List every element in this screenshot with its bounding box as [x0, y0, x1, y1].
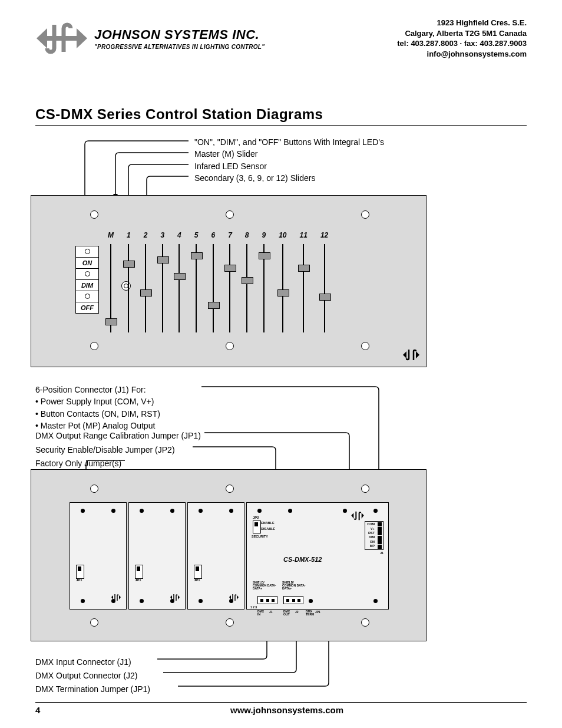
slider-label: M [108, 231, 114, 242]
board-logo-icon [111, 593, 121, 602]
address-line: info@johnsonsystems.com [397, 49, 527, 60]
dmx-header-label: SHIELD/ COMMON DATA- DATA+ [282, 581, 309, 590]
slider-label: 3 [160, 231, 164, 242]
jumper-label: JP2 [253, 516, 259, 519]
standoff-dot-icon [229, 509, 233, 513]
button-column: ON DIM OFF [75, 246, 99, 314]
slider-track-icon [229, 244, 230, 332]
mounting-hole-icon [361, 618, 369, 627]
standoff-dot-icon [199, 509, 203, 513]
pin-icon [378, 540, 382, 544]
svg-marker-19 [178, 595, 180, 599]
callout-text: 6-Position Connector (J1) For: [35, 384, 160, 396]
back-panel-diagram: JP1 JP1 JP1 [31, 469, 427, 641]
svg-marker-0 [37, 28, 47, 48]
standoff-dot-icon [257, 509, 262, 513]
slider-handle-icon [123, 261, 135, 268]
slider-handle-icon [105, 318, 117, 325]
j1-pin-label: DIM [369, 535, 375, 539]
callout-text: Master (M) Slider [194, 148, 384, 160]
slider: 2 [144, 231, 148, 332]
jumper-icon [194, 565, 202, 579]
company-logo-icon [35, 18, 88, 59]
slider: 12 [320, 231, 328, 332]
standoff-dot-icon [170, 509, 174, 513]
pcb-board: JP1 [128, 502, 186, 610]
on-button-label: ON [76, 258, 98, 269]
slider-handle-icon [224, 265, 236, 272]
svg-marker-21 [237, 595, 239, 599]
slider: 7 [228, 231, 232, 332]
security-jumper-icon [253, 521, 261, 533]
svg-marker-17 [119, 595, 121, 599]
svg-marker-1 [77, 28, 87, 48]
pcb-board: JP1 [70, 502, 127, 610]
slider-track-icon [162, 244, 163, 332]
slider: 6 [211, 231, 215, 332]
pin-icon [378, 522, 382, 526]
panel-logo-icon [402, 348, 420, 362]
security-title-label: SECURITY [252, 535, 268, 538]
slider: 10 [279, 231, 286, 332]
slider: 1 [127, 231, 131, 332]
slider-track-icon [145, 244, 146, 332]
slider-track-icon [282, 244, 283, 332]
slider-handle-icon [157, 256, 169, 263]
board-logo-icon [170, 593, 180, 602]
slider-label: 11 [300, 231, 308, 242]
j1-connector: COM V+ RST DIM ON MP J1 [365, 521, 384, 555]
slider-handle-icon [174, 273, 186, 280]
company-address: 1923 Highfield Cres. S.E. Calgary, Alber… [397, 18, 527, 59]
slider-track-icon [128, 244, 129, 332]
pin-icon [378, 545, 382, 549]
slider-handle-icon [208, 302, 220, 309]
slider-handle-icon [242, 277, 253, 284]
svg-marker-14 [403, 351, 406, 358]
company-tagline: "PROGRESSIVE ALTERNATIVES IN LIGHTING CO… [94, 44, 265, 50]
mounting-hole-icon [90, 485, 98, 493]
jumper-label: JP1 [76, 578, 82, 582]
svg-rect-2 [47, 36, 77, 41]
mounting-hole-icon [226, 342, 234, 350]
slider-handle-icon [319, 294, 331, 301]
slider: 4 [177, 231, 181, 332]
standoff-dot-icon [81, 509, 85, 513]
jumper-icon [135, 565, 143, 579]
callout-text: DMX Output Range Calibration Jumper (JP1… [35, 430, 201, 442]
standoff-dot-icon [111, 509, 115, 513]
slider-label: 12 [320, 231, 328, 242]
mounting-hole-icon [361, 342, 369, 350]
callout-text: DMX Input Connector (J1) [35, 656, 131, 669]
dmx-jp1-label: JP1 [315, 610, 320, 614]
j1-pin-label: RST [368, 531, 375, 535]
slider-label: 6 [211, 231, 215, 242]
pin-icon [378, 531, 382, 535]
svg-marker-15 [416, 351, 419, 358]
slider-track-icon [303, 244, 304, 332]
page-footer: 4 www.johnsonsystems.com [35, 702, 527, 715]
dmx-j1-label: J1 [269, 610, 273, 614]
pcb-main-board: JP2 ENABLE DISABLE SECURITY CS-DMX-512 C… [246, 502, 389, 610]
slider: 9 [262, 231, 266, 332]
dmx-term-label: DMX TERM [306, 610, 314, 616]
model-label: CS-DMX-512 [283, 556, 322, 563]
j1-pin-label: COM [367, 522, 375, 526]
address-line: tel: 403.287.8003 · fax: 403.287.9003 [397, 38, 527, 49]
slider-track-icon [246, 244, 247, 332]
dmx-j2-label: J2 [295, 610, 299, 614]
slider-handle-icon [259, 252, 270, 259]
dmx-out-connector-icon [283, 596, 303, 604]
standoff-dot-icon [288, 509, 292, 513]
slider: 3 [160, 231, 164, 332]
mounting-hole-icon [90, 342, 98, 350]
jumper-label: JP1 [135, 578, 141, 582]
slider-handle-icon [140, 289, 152, 297]
callout-text: Secondary (3, 6, 9, or 12) Sliders [194, 172, 384, 184]
j1-pin-label: MP [370, 544, 375, 548]
slider: 11 [300, 231, 308, 332]
standoff-dot-icon [373, 509, 378, 513]
logo-block: JOHNSON SYSTEMS INC. "PROGRESSIVE ALTERN… [35, 18, 265, 59]
callout-text: DMX Termination Jumper (JP1) [35, 683, 150, 696]
slider-handle-icon [298, 265, 310, 272]
slider-track-icon [196, 244, 197, 332]
